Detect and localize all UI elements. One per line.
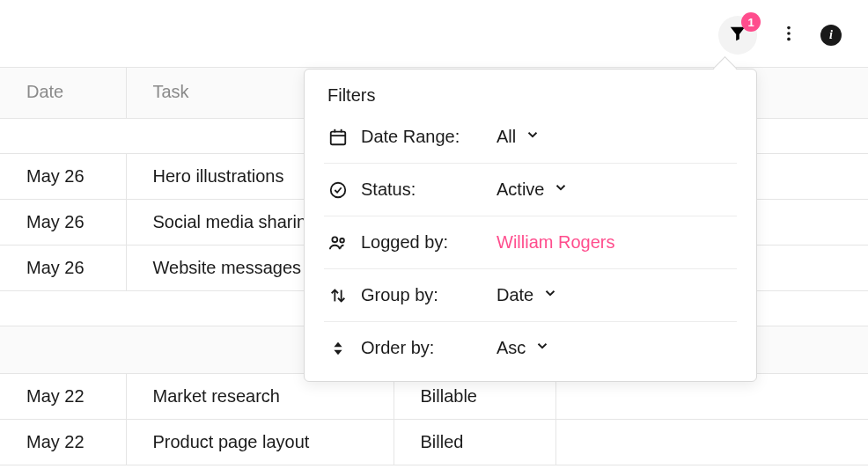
check-circle-icon	[327, 180, 349, 200]
svg-point-2	[787, 38, 791, 41]
filter-button[interactable]: 1	[718, 16, 757, 55]
info-icon: i	[829, 28, 833, 42]
filters-popover: Filters Date Range: All Status: Active L…	[304, 69, 757, 382]
filter-value-date-range[interactable]: All	[497, 127, 541, 147]
filter-value-order-by[interactable]: Asc	[497, 338, 550, 358]
svg-point-9	[340, 238, 344, 242]
filter-row-order-by: Order by: Asc	[324, 322, 737, 374]
filter-row-logged-by: Logged by: William Rogers	[324, 216, 737, 269]
cell-billing: Billed	[394, 420, 555, 465]
svg-point-0	[787, 26, 791, 30]
filter-badge: 1	[741, 12, 761, 32]
filter-value-logged-by[interactable]: William Rogers	[497, 232, 614, 253]
filter-label: Status:	[361, 180, 484, 200]
svg-point-8	[332, 237, 337, 242]
filter-row-date-range: Date Range: All	[324, 111, 737, 164]
cell-date: May 26	[0, 245, 126, 291]
filter-value-status[interactable]: Active	[497, 180, 569, 200]
more-vertical-icon	[779, 24, 798, 47]
people-icon	[327, 233, 349, 253]
arrows-up-down-icon	[327, 286, 349, 305]
sort-icon	[327, 339, 349, 358]
filter-label: Group by:	[361, 285, 484, 305]
chevron-down-icon	[553, 180, 569, 200]
cell-date: May 26	[0, 200, 126, 245]
cell-date: May 22	[0, 374, 126, 420]
chevron-down-icon	[542, 285, 558, 305]
filters-title: Filters	[324, 85, 737, 106]
cell-date: May 22	[0, 420, 126, 465]
filter-value-group-by[interactable]: Date	[497, 285, 558, 305]
table-row[interactable]: May 22 Product page layout Billed	[0, 420, 868, 465]
info-button[interactable]: i	[820, 25, 842, 46]
chevron-down-icon	[525, 127, 541, 147]
filter-row-status: Status: Active	[324, 164, 737, 216]
top-action-bar: 1 i	[718, 16, 842, 55]
cell-task: Product page layout	[126, 420, 394, 465]
column-header-date[interactable]: Date	[0, 68, 126, 119]
filter-label: Logged by:	[361, 232, 484, 253]
cell-date: May 26	[0, 154, 126, 200]
svg-point-1	[787, 32, 791, 35]
chevron-down-icon	[534, 338, 550, 358]
filter-label: Order by:	[361, 338, 484, 358]
calendar-icon	[327, 128, 349, 147]
svg-rect-3	[331, 131, 346, 144]
svg-point-7	[331, 182, 346, 197]
more-menu-button[interactable]	[773, 19, 805, 51]
filter-label: Date Range:	[361, 127, 484, 147]
filter-row-group-by: Group by: Date	[324, 269, 737, 322]
